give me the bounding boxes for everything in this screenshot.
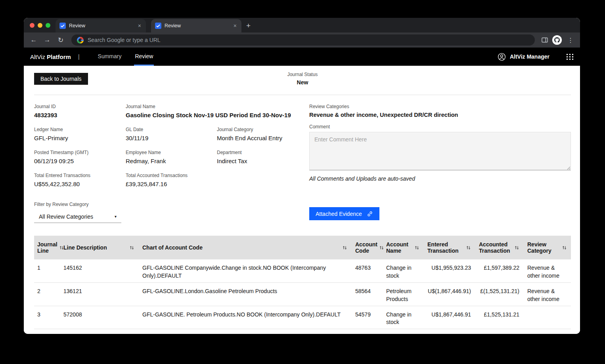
cell-journal-line: 1 [34,259,59,282]
tab-summary[interactable]: Summary [97,48,123,66]
header-journal-line[interactable]: Journal Line [34,236,59,259]
header-accounted-transaction[interactable]: Accounted Transaction [475,236,523,259]
cell-account-code: 58564 [351,282,382,306]
cell-journal-line: 4 [34,329,59,334]
field-total-entered: Total Entered Transactions U$55,422,352.… [34,173,126,187]
tab-close-icon[interactable]: × [233,23,237,29]
cell-line-description: 136121 [59,282,138,306]
filter-label: Filter by Review Category [34,202,571,207]
new-tab-button[interactable]: + [241,21,256,32]
dropdown-selected-value: All Review Categories [39,213,93,220]
sort-icon[interactable] [514,245,519,250]
cell-review-category: Unexpected DR/CR [523,329,571,334]
journal-details: Journal ID 4832393 Journal Name Gasoline… [34,104,571,187]
cell-entered-transaction: U$(1,955,923.23) [423,329,475,334]
user-name: AltViz Manager [510,53,549,60]
cell-review-category: Revenue & other income [523,282,571,306]
side-panel-icon[interactable] [541,36,548,44]
user-icon[interactable] [497,52,506,61]
forward-icon[interactable]: → [41,34,53,46]
header-chart-of-account-code[interactable]: Chart of Account Code [138,236,351,259]
review-categories-label: Review Categories [309,104,571,109]
cell-line-description: 572008 [59,306,138,329]
minimize-window-button[interactable] [38,23,42,28]
field-employee-name: Employee Name Redmay, Frank [126,150,217,164]
profile-avatar[interactable] [552,35,562,45]
back-to-journals-button[interactable]: Back to Journals [34,73,88,85]
reload-icon[interactable]: ↻ [55,34,67,46]
cell-entered-transaction: U$(1,867,446.91) [423,282,475,306]
browser-toolbar: ← → ↻ ⋮ [24,32,580,48]
header-review-category[interactable]: Review Category [523,236,571,259]
attached-evidence-button[interactable]: Attached Evidence [309,207,379,220]
field-ledger-name: Ledger Name GFL-Primary [34,127,126,141]
app-switcher-icon[interactable] [567,54,574,60]
field-gl-date: GL Date 30/11/19 [126,127,217,141]
tab-title: Review [165,23,230,29]
review-categories-value: Revenue & other income, Unexpected DR/CR… [309,112,571,118]
cell-account-code: 22554 [351,329,382,334]
header-account-name[interactable]: Account Name [382,236,423,259]
back-icon[interactable]: ← [28,34,40,46]
close-window-button[interactable] [30,23,34,28]
sort-icon[interactable] [342,245,347,250]
department-value: Indirect Tax [217,158,309,164]
cell-account-name: Change in stock [382,259,423,282]
address-input[interactable] [88,37,529,43]
header-account-code[interactable]: Account Code [351,236,382,259]
cell-journal-line: 3 [34,306,59,329]
tab-review[interactable]: Review [134,48,154,66]
cell-accounted-transaction: £(1,597,389.22) [475,329,523,334]
sort-icon[interactable] [414,245,419,250]
cell-accounted-transaction: £1,525,131.21 [475,306,523,329]
field-journal-category: Journal Category Month End Accrual Entry [217,127,309,141]
browser-tab-review-1[interactable]: Review × [56,19,146,32]
link-icon [367,211,373,217]
sort-icon[interactable] [379,245,384,250]
sort-icon[interactable] [562,245,567,250]
tab-favicon-icon [155,23,161,29]
tab-favicon-icon [59,23,66,29]
field-journal-name: Journal Name Gasoline Closing Stock Nov-… [126,104,309,118]
comment-input[interactable] [309,132,571,170]
zoom-window-button[interactable] [46,23,50,28]
ledger-name-label: Ledger Name [34,127,126,132]
header-right: AltViz Manager [497,48,574,66]
header-line-description[interactable]: Line Description [59,236,138,259]
address-bar[interactable] [71,34,535,46]
autosave-note: All Comments and Uploads are auto-saved [309,175,571,182]
header-entered-transaction[interactable]: Entered Transaction [423,236,475,259]
sort-icon[interactable] [129,245,134,250]
journal-category-label: Journal Category [217,127,309,132]
employee-name-value: Redmay, Frank [126,158,217,164]
cell-line-description: 145162 [59,259,138,282]
posted-timestamp-label: Posted Timestamp (GMT) [34,150,126,155]
cell-accounted-transaction: £(1,525,131.21) [475,282,523,306]
field-journal-id: Journal ID 4832393 [34,104,126,118]
sort-icon[interactable] [466,245,471,250]
table-row: 2 136121 GFL-GASOLINE.London.Gasoline Pe… [34,282,571,306]
browser-menu-icon[interactable]: ⋮ [566,36,575,44]
brand-name: AltViz [30,53,45,60]
browser-window: Review × Review × + ← → ↻ ⋮ AltViz Pl [24,18,580,334]
cell-entered-transaction: U$1,955,923.23 [423,259,475,282]
cell-chart-of-account-code: GFL-GASOLINE. Petroleum Products.NO BOOK… [138,306,351,329]
cell-account-code: 48763 [351,259,382,282]
review-category-dropdown[interactable]: All Review Categories ▾ [34,210,121,223]
google-icon [77,37,84,44]
employee-name-label: Employee Name [126,150,217,155]
posted-timestamp-value: 06/12/19 09:25 [34,158,126,164]
browser-tab-review-2[interactable]: Review × [151,19,241,32]
gl-date-value: 30/11/19 [126,135,217,141]
desktop: { "chrome": { "tabs": [ { "title": "Revi… [0,0,605,364]
cell-chart-of-account-code: GFL-GASOLINE Companywide.Change in stock… [138,259,351,282]
tab-close-icon[interactable]: × [137,23,142,29]
toolbar-right: ⋮ [540,35,575,45]
table-row: 4 561213 GFL-GASOLINE.Canada.Gasoline.Ch… [34,329,571,334]
cell-review-category: Revenue & other income [523,259,571,282]
total-accounted-label: Total Accounted Transactions [126,173,309,178]
cell-entered-transaction: U$1,867,446.91 [423,306,475,329]
total-entered-label: Total Entered Transactions [34,173,126,178]
attached-evidence-label: Attached Evidence [316,211,362,217]
field-total-accounted: Total Accounted Transactions £39,325,847… [126,173,309,187]
